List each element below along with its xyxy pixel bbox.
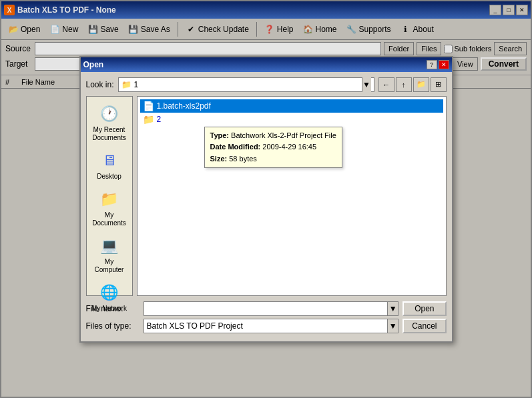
filename-dropdown[interactable]: ▼ [388,301,398,316]
folder-icon-small: 📁 [121,80,131,89]
documents-label: My Documents [91,211,128,227]
file-icon: 📄 [143,101,154,111]
tooltip-size: Size: 58 bytes [210,153,336,165]
file-list[interactable]: 📄 1.batch-xls2pdf 📁 2 Type: Batchwork Xl… [137,96,447,296]
lookin-select[interactable]: 📁 1 ▼ [118,77,374,92]
filetype-dropdown[interactable]: ▼ [388,319,398,333]
folder-name: 2 [157,115,162,124]
lookin-bar: Look in: 📁 1 ▼ ← ↑ 📁 ⊞ [86,77,447,92]
filetype-label: Files of type: [86,321,140,331]
dialog-bottom: File name: ▼ Open Files of type: ▼ [86,301,447,333]
back-button[interactable]: ← [378,77,394,92]
new-folder-button[interactable]: 📁 [413,77,429,92]
view-mode-button[interactable]: ⊞ [431,77,447,92]
desktop-icon: 🖥 [99,150,120,171]
sidebar-item-recent[interactable]: 🕐 My RecentDocuments [88,101,131,145]
sidebar-item-documents[interactable]: 📁 My Documents [88,186,131,230]
dialog-sidebar: 🕐 My RecentDocuments 🖥 Desktop 📁 My Docu… [86,96,133,296]
network-icon: 🌐 [99,282,120,303]
list-item[interactable]: 📄 1.batch-xls2pdf [140,99,443,113]
file-tooltip: Type: Batchwork Xls-2-Pdf Project File D… [204,127,342,169]
computer-label: My Computer [91,258,128,274]
documents-icon: 📁 [99,189,120,210]
computer-icon: 💻 [99,235,120,257]
sidebar-item-desktop[interactable]: 🖥 Desktop [88,147,131,183]
filename-input-wrap: ▼ [144,301,399,316]
filetype-row: Files of type: ▼ Cancel [86,319,447,333]
recent-label: My RecentDocuments [92,126,126,142]
filetype-input[interactable] [144,319,388,333]
desktop-label: Desktop [97,173,121,181]
main-window: X Batch XLS TO PDF - None _ □ ✕ 📂 Open 📄… [0,0,532,398]
lookin-value: 1 [134,80,139,89]
dialog-content: Look in: 📁 1 ▼ ← ↑ 📁 ⊞ [81,72,452,341]
dialog-title-bar: Open ? ✕ [81,57,452,72]
dialog-cancel-button[interactable]: Cancel [403,319,446,333]
tooltip-type: Type: Batchwork Xls-2-Pdf Project File [210,130,336,142]
dialog-overlay: Open ? ✕ Look in: 📁 1 ▼ [1,1,531,397]
up-button[interactable]: ↑ [396,77,412,92]
sidebar-item-computer[interactable]: 💻 My Computer [88,233,131,277]
filename-input[interactable] [144,301,388,316]
lookin-dropdown[interactable]: ▼ [362,77,371,92]
list-item[interactable]: 📁 2 [140,113,443,126]
dialog-open-button[interactable]: Open [403,301,446,316]
lookin-nav-buttons: ← ↑ 📁 ⊞ [378,77,447,92]
dialog-title: Open [83,60,104,69]
lookin-label: Look in: [86,80,114,89]
open-dialog: Open ? ✕ Look in: 📁 1 ▼ [79,56,453,343]
file-name: 1.batch-xls2pdf [157,101,211,111]
filename-label: File name: [86,304,140,313]
filetype-input-wrap: ▼ [144,319,399,333]
dialog-help-button[interactable]: ? [427,60,437,69]
tooltip-date: Date Modified: 2009-4-29 16:45 [210,141,336,153]
recent-icon: 🕐 [99,103,120,125]
filename-row: File name: ▼ Open [86,301,447,316]
dialog-body: 🕐 My RecentDocuments 🖥 Desktop 📁 My Docu… [86,96,447,296]
dialog-close-button[interactable]: ✕ [439,60,449,69]
folder-icon: 📁 [143,114,154,125]
dialog-title-buttons: ? ✕ [427,60,449,69]
